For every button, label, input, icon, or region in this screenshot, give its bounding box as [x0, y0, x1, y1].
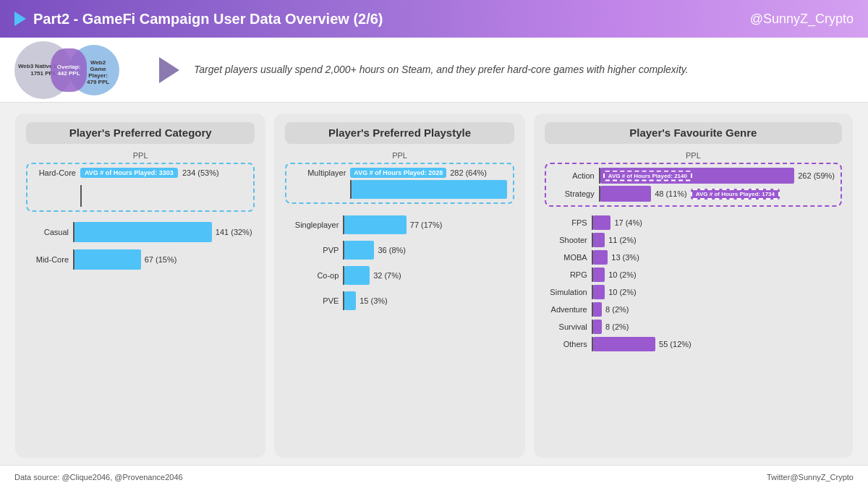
footer-source: Data source: @Clique2046, @Provenance204…: [14, 473, 183, 481]
genre-bar-shooter: [593, 233, 605, 247]
playstyle-chart-title-box: Player's Preferred Playstyle: [285, 122, 514, 144]
arrow-right: [159, 57, 179, 83]
genre-bar-action: AVG # of Hours Played: 2140: [600, 168, 795, 184]
playstyle-chart-panel: Player's Preferred Playstyle PPL Multipl…: [274, 114, 524, 458]
play-icon: [14, 12, 26, 26]
genre-chart-panel: Player's Favourite Genre PPL Action AVG …: [534, 114, 853, 458]
avg-hours-strategy: AVG # of Hours Played: 1734: [691, 189, 780, 200]
genre-bar-adventure: [593, 302, 602, 317]
playstyle-dashed-region: Multiplayer AVG # of Hours Played: 2028 …: [285, 163, 514, 204]
info-banner: Web3 Native User: 1751 PPL Overlap: 442 …: [0, 38, 868, 103]
avg-hours-category: AVG # of Hours Played: 3303: [80, 168, 178, 178]
genre-bar-others: [593, 337, 655, 351]
venn-web2-label: Web2GamePlayer:479 PPL: [87, 59, 109, 85]
playstyle-chart-title: Player's Preferred Playstyle: [328, 127, 471, 139]
charts-area: Player's Preferred Category PPL Hard-Cor…: [0, 103, 868, 465]
playstyle-bar-singleplayer: 77 (17%): [344, 215, 406, 234]
category-bar-midcore: 67 (15%): [75, 249, 141, 270]
genre-bar-rpg: [593, 267, 605, 282]
playstyle-bar-pvp: 36 (8%): [344, 241, 374, 260]
playstyle-ppl-label: PPL: [285, 151, 514, 160]
footer: Data source: @Clique2046, @Provenance204…: [0, 465, 868, 488]
category-ppl-label: PPL: [26, 151, 255, 160]
footer-handle: Twitter@SunnyZ_Crypto: [767, 473, 854, 481]
genre-bar-strategy: [600, 186, 651, 202]
venn-diagram: Web3 Native User: 1751 PPL Overlap: 442 …: [14, 45, 145, 95]
header-title: Part2 - GameFi Campaign User Data Overvi…: [14, 11, 383, 27]
avg-hours-playstyle: AVG # of Hours Played: 2028: [350, 168, 446, 178]
header: Part2 - GameFi Campaign User Data Overvi…: [0, 0, 868, 38]
genre-dashed-region: Action AVG # of Hours Played: 2140 262 (…: [545, 163, 842, 207]
genre-chart-title-box: Player's Favourite Genre: [545, 122, 842, 144]
category-chart-panel: Player's Preferred Category PPL Hard-Cor…: [15, 114, 265, 458]
genre-bar-simulation: [593, 285, 605, 299]
category-dashed-region: Hard-Core AVG # of Hours Played: 3303 23…: [26, 163, 255, 212]
info-text: Target players usually spend 2,000+ hour…: [194, 62, 689, 77]
genre-bar-moba: [593, 250, 608, 265]
genre-ppl-label: PPL: [545, 151, 842, 160]
venn-overlap: Overlap: 442 PPL: [51, 48, 87, 92]
playstyle-bar-multiplayer: [352, 180, 506, 199]
category-row-hardcore: Hard-Core AVG # of Hours Played: 3303 23…: [33, 168, 247, 178]
genre-bar-fps: [593, 215, 611, 230]
category-bar-casual: 141 (32%): [75, 222, 212, 242]
genre-chart-title: Player's Favourite Genre: [629, 127, 757, 139]
playstyle-bar-coop: 32 (7%): [344, 266, 370, 285]
header-handle: @SunnyZ_Crypto: [750, 12, 854, 27]
playstyle-bar-pve: 15 (3%): [344, 291, 356, 310]
genre-bar-survival: [593, 320, 602, 334]
category-chart-title-box: Player's Preferred Category: [26, 122, 255, 144]
category-chart-title: Player's Preferred Category: [69, 127, 212, 139]
